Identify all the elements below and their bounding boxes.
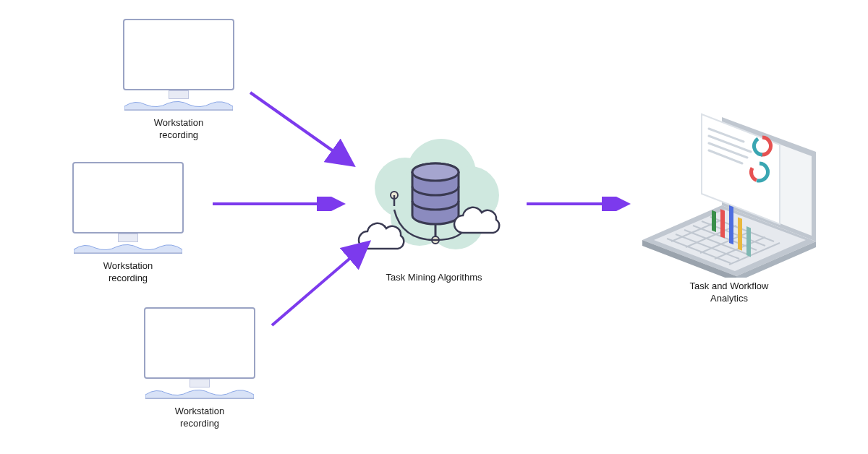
workstation-1-label: Workstation recording	[121, 117, 237, 142]
svg-line-44	[272, 246, 365, 325]
svg-rect-38	[720, 209, 725, 238]
right-label: Task and Workflow Analytics	[635, 280, 823, 305]
center-label: Task Mining Algorithms	[354, 272, 514, 284]
workstation-3-label: Workstation recording	[142, 406, 258, 430]
task-mining-cloud: Task Mining Algorithms	[354, 137, 514, 284]
svg-rect-37	[712, 210, 716, 232]
workstation-2-label: Workstation recording	[70, 260, 186, 285]
svg-line-42	[250, 93, 349, 162]
analytics-laptop: Task and Workflow Analytics	[635, 111, 823, 305]
svg-point-10	[412, 163, 459, 181]
arrow-ws1-to-center	[246, 87, 362, 174]
arrow-ws2-to-center	[210, 197, 347, 211]
svg-rect-40	[738, 218, 742, 251]
laptop-analytics-icon	[635, 111, 823, 270]
svg-rect-39	[729, 205, 733, 244]
desktop-monitor-icon	[121, 19, 237, 113]
arrow-ws3-to-center	[268, 239, 376, 333]
svg-rect-41	[746, 226, 751, 257]
workstation-2: Workstation recording	[70, 162, 186, 285]
cloud-database-icon	[354, 137, 514, 267]
workstation-3: Workstation recording	[142, 307, 258, 430]
desktop-monitor-icon	[70, 162, 186, 256]
workstation-1: Workstation recording	[121, 19, 237, 142]
arrow-center-to-right	[524, 197, 632, 211]
desktop-monitor-icon	[142, 307, 258, 401]
